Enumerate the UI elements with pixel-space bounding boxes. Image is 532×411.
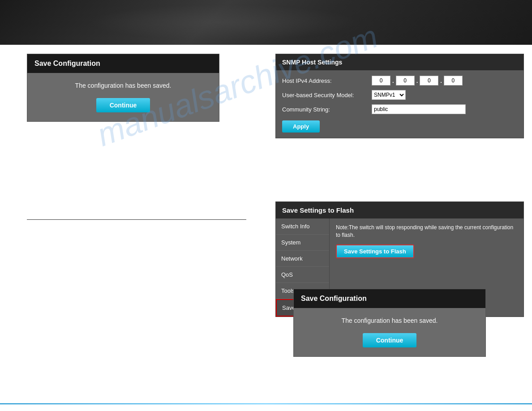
save-settings-to-flash-button[interactable]: Save Settings to Flash xyxy=(336,244,414,258)
save-config-bottom-message: The configuration has been saved. xyxy=(303,317,476,324)
save-config-bottom-body: The configuration has been saved. Contin… xyxy=(294,308,485,356)
footer-line xyxy=(0,403,532,404)
snmp-ip-octet-2[interactable] xyxy=(396,76,415,86)
snmp-panel-title: SNMP Host Settings xyxy=(276,54,523,70)
snmp-ip-octet-3[interactable] xyxy=(420,76,438,86)
snmp-panel-body: Host IPv4 Address: . . . User-based Secu… xyxy=(276,70,523,138)
save-config-bottom-title: Save Configuration xyxy=(294,289,485,308)
top-banner xyxy=(0,0,532,45)
save-config-top-body: The configuration has been saved. Contin… xyxy=(27,73,219,121)
snmp-host-ip-label: Host IPv4 Address: xyxy=(282,77,372,84)
continue-button-top[interactable]: Continue xyxy=(96,98,150,112)
save-flash-title: Save Settings to Flash xyxy=(276,202,523,218)
snmp-host-ip-row: Host IPv4 Address: . . . xyxy=(282,76,517,86)
snmp-ip-inputs: . . . xyxy=(372,76,463,86)
divider-line xyxy=(27,219,246,220)
continue-button-bottom[interactable]: Continue xyxy=(363,333,417,347)
save-config-dialog-bottom: Save Configuration The configuration has… xyxy=(293,289,486,357)
snmp-community-string-label: Community String: xyxy=(282,106,372,113)
snmp-security-model-row: User-based Security Model: SNMPv1 SNMPv2… xyxy=(282,90,517,100)
save-config-top-message: The configuration has been saved. xyxy=(36,82,210,89)
sidebar-item-system[interactable]: System xyxy=(276,235,329,251)
ip-dot-2: . xyxy=(416,77,418,84)
snmp-ip-octet-1[interactable] xyxy=(372,76,390,86)
ip-dot-3: . xyxy=(440,77,442,84)
save-flash-note: Note:The switch will stop responding whi… xyxy=(336,224,517,239)
snmp-ip-octet-4[interactable] xyxy=(444,76,463,86)
snmp-host-settings-panel: SNMP Host Settings Host IPv4 Address: . … xyxy=(275,54,524,138)
sidebar-item-qos[interactable]: QoS xyxy=(276,267,329,283)
snmp-security-model-select[interactable]: SNMPv1 SNMPv2c SNMPv3 xyxy=(372,90,406,100)
snmp-community-string-input[interactable] xyxy=(372,104,466,114)
save-config-dialog-top: Save Configuration The configuration has… xyxy=(27,54,219,122)
ip-dot-1: . xyxy=(392,77,394,84)
apply-button[interactable]: Apply xyxy=(282,120,320,133)
sidebar-item-network[interactable]: Network xyxy=(276,251,329,267)
sidebar-item-switch-info[interactable]: Switch Info xyxy=(276,218,329,235)
snmp-security-model-label: User-based Security Model: xyxy=(282,92,372,98)
snmp-community-string-row: Community String: xyxy=(282,104,517,114)
save-config-top-title: Save Configuration xyxy=(27,54,219,73)
